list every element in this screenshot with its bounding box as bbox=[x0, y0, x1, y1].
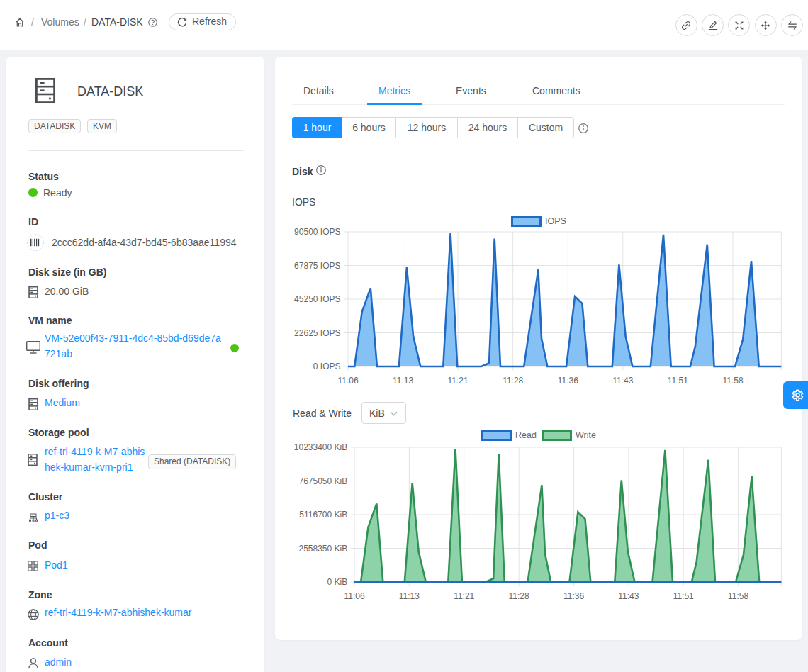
svg-text:11:06: 11:06 bbox=[337, 376, 358, 386]
svg-text:22625 IOPS: 22625 IOPS bbox=[294, 328, 340, 338]
svg-text:11:58: 11:58 bbox=[728, 591, 748, 601]
svg-text:11:28: 11:28 bbox=[503, 376, 523, 386]
svg-text:11:21: 11:21 bbox=[454, 591, 474, 601]
svg-text:11:51: 11:51 bbox=[668, 376, 688, 386]
svg-text:11:13: 11:13 bbox=[393, 376, 413, 386]
svg-text:67875 IOPS: 67875 IOPS bbox=[294, 261, 340, 271]
svg-text:7675050 KiB: 7675050 KiB bbox=[298, 476, 347, 486]
svg-text:11:06: 11:06 bbox=[344, 591, 364, 601]
svg-text:11:58: 11:58 bbox=[722, 376, 743, 386]
svg-text:11:36: 11:36 bbox=[563, 591, 584, 601]
svg-text:11:21: 11:21 bbox=[448, 376, 468, 386]
svg-text:11:43: 11:43 bbox=[618, 591, 639, 601]
svg-text:10233400 KiB: 10233400 KiB bbox=[294, 443, 347, 452]
svg-text:2558350 KiB: 2558350 KiB bbox=[298, 544, 347, 554]
svg-text:0 IOPS: 0 IOPS bbox=[313, 362, 341, 371]
svg-text:45250 IOPS: 45250 IOPS bbox=[294, 294, 340, 304]
svg-text:90500 IOPS: 90500 IOPS bbox=[294, 227, 340, 237]
svg-text:11:51: 11:51 bbox=[673, 591, 694, 601]
svg-text:5116700 KiB: 5116700 KiB bbox=[299, 510, 347, 520]
svg-text:11:36: 11:36 bbox=[558, 376, 578, 386]
svg-text:11:28: 11:28 bbox=[509, 591, 529, 601]
svg-text:11:13: 11:13 bbox=[399, 591, 420, 601]
svg-text:11:43: 11:43 bbox=[612, 376, 633, 386]
svg-text:0 KiB: 0 KiB bbox=[327, 577, 348, 587]
